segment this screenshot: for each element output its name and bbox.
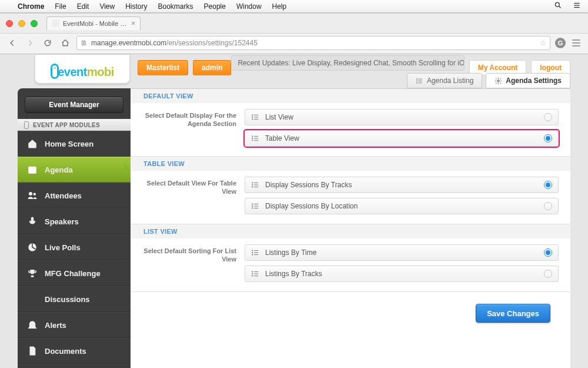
sidebar-item-agenda[interactable]: Agenda	[18, 157, 131, 183]
reload-button[interactable]	[41, 37, 54, 49]
svg-point-31	[252, 115, 253, 115]
gear-icon	[495, 77, 502, 85]
radio-indicator	[544, 134, 552, 142]
sidebar-item-speakers[interactable]: Speakers	[18, 208, 131, 234]
menu-window[interactable]: Window	[236, 2, 262, 11]
tab-title: EventMobi - Mobile Event	[63, 20, 128, 27]
menu-help[interactable]: Help	[272, 2, 287, 11]
section-label: Select Default View For Table View	[142, 177, 236, 214]
site-info-icon[interactable]: 🗎	[81, 39, 88, 47]
sidebar-item-attendees[interactable]: Attendees	[18, 183, 131, 208]
sidebar-item-discussions[interactable]: Discussions	[18, 286, 131, 312]
save-changes-button[interactable]: Save Changes	[476, 304, 550, 323]
radio-indicator	[544, 202, 552, 210]
event-manager-button[interactable]: Event Manager	[25, 97, 123, 113]
home-button[interactable]	[59, 37, 72, 49]
logo-phone-icon	[51, 64, 59, 79]
menu-edit[interactable]: Edit	[77, 2, 89, 11]
forward-button[interactable]	[24, 37, 36, 49]
svg-point-32	[252, 117, 253, 117]
url-host: manage.eventmobi.com	[91, 39, 166, 47]
svg-point-20	[29, 192, 32, 195]
sidebar-item-label: Live Polls	[45, 243, 81, 252]
hash-icon	[27, 294, 38, 304]
phone-icon	[24, 121, 29, 129]
news-ticker[interactable]: Recent Updates: Live Display, Redesigned…	[231, 55, 464, 71]
section-label: Select Default Sorting For List View	[142, 244, 236, 282]
spotlight-icon[interactable]	[554, 1, 562, 11]
pie-chart-icon	[27, 242, 38, 253]
sidebar-item-label: Speakers	[45, 217, 79, 226]
mac-menubar: Chrome File Edit View History Bookmarks …	[0, 0, 588, 13]
svg-point-11	[417, 78, 417, 79]
address-bar[interactable]: 🗎 manage.eventmobi.com/en/sessions/setti…	[76, 36, 550, 50]
admin-button[interactable]: admin	[193, 60, 231, 75]
form-actions: Save Changes	[131, 292, 570, 334]
svg-rect-15	[24, 121, 28, 128]
sidebar-item-home-screen[interactable]: Home Screen	[18, 131, 131, 157]
radio-indicator	[544, 113, 552, 121]
option-listings-by-tracks[interactable]: Listings By Tracks	[245, 266, 559, 282]
sidebar-item-label: MFG Challenge	[45, 269, 101, 278]
notification-center-icon[interactable]	[573, 1, 581, 11]
menu-view[interactable]: View	[99, 2, 115, 11]
chrome-menu-icon[interactable]	[570, 37, 582, 49]
masterlist-button[interactable]: Masterlist	[138, 60, 188, 75]
svg-rect-25	[31, 276, 34, 277]
menu-bookmarks[interactable]: Bookmarks	[158, 2, 193, 11]
svg-rect-16	[28, 167, 36, 174]
radio-indicator	[544, 181, 552, 189]
app-body: Event Manager EVENT APP MODULES Home Scr…	[18, 88, 570, 368]
sidebar-item-live-polls[interactable]: Live Polls	[18, 234, 131, 260]
option-list-view[interactable]: List View	[245, 109, 559, 125]
svg-point-50	[252, 205, 253, 206]
menu-history[interactable]: History	[125, 2, 147, 11]
window-minimize-button[interactable]	[18, 20, 25, 27]
window-controls: EventMobi - Mobile Event ×	[0, 14, 588, 33]
option-label: Display Sessions By Location	[265, 202, 358, 210]
trophy-icon	[27, 268, 38, 279]
option-label: Table View	[265, 134, 299, 142]
tab-agenda-settings[interactable]: Agenda Settings	[486, 73, 570, 88]
svg-point-21	[34, 193, 36, 196]
option-table-view[interactable]: Table View	[245, 130, 559, 147]
list-icon	[251, 202, 259, 210]
option-display-by-location[interactable]: Display Sessions By Location	[245, 198, 559, 214]
sidebar-item-documents[interactable]: Documents	[18, 338, 131, 364]
sidebar-item-maps[interactable]: Maps	[18, 364, 131, 368]
extension-badge[interactable]: G	[555, 38, 566, 48]
tab-agenda-listing[interactable]: Agenda Listing	[407, 73, 482, 88]
sidebar-item-alerts[interactable]: Alerts	[18, 312, 131, 338]
window-zoom-button[interactable]	[31, 20, 38, 27]
list-icon	[251, 270, 259, 278]
svg-point-0	[555, 2, 559, 6]
tab-close-icon[interactable]: ×	[131, 20, 135, 27]
radio-indicator	[544, 270, 552, 278]
window-close-button[interactable]	[6, 20, 13, 27]
sidebar: Event Manager EVENT APP MODULES Home Scr…	[18, 88, 131, 368]
option-listings-by-time[interactable]: Listings By Time	[245, 244, 559, 261]
logo-card[interactable]: eventmobi	[35, 54, 130, 84]
list-icon	[251, 113, 259, 121]
browser-tab[interactable]: EventMobi - Mobile Event ×	[46, 16, 141, 30]
svg-line-1	[559, 6, 561, 8]
option-label: List View	[265, 113, 293, 121]
option-display-by-tracks[interactable]: Display Sessions By Tracks	[245, 177, 559, 193]
home-icon	[27, 138, 38, 149]
svg-point-39	[252, 140, 253, 141]
menubar-app[interactable]: Chrome	[18, 2, 44, 11]
tab-favicon	[52, 19, 59, 27]
bookmark-star-icon[interactable]: ☆	[540, 39, 546, 47]
url-path: /en/sessions/settings/152445	[166, 39, 258, 47]
svg-point-55	[252, 250, 253, 251]
document-icon	[27, 346, 38, 356]
sidebar-item-mfg-challenge[interactable]: MFG Challenge	[18, 260, 131, 286]
sidebar-item-label: Discussions	[45, 295, 90, 304]
chrome-window: EventMobi - Mobile Event × 🗎 manage.even…	[0, 13, 588, 54]
browser-tabstrip: EventMobi - Mobile Event ×	[46, 16, 141, 30]
back-button[interactable]	[6, 37, 19, 49]
menu-file[interactable]: File	[55, 2, 66, 11]
svg-point-12	[417, 80, 417, 81]
list-icon	[251, 134, 259, 142]
menu-people[interactable]: People	[204, 2, 226, 11]
